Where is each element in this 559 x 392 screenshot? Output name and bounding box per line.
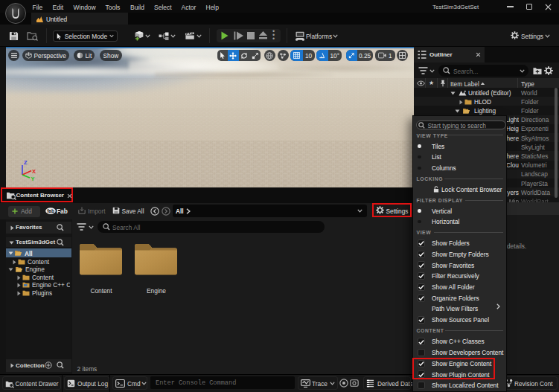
svg-text:X: X [32, 168, 36, 175]
svg-text:Z: Z [24, 159, 28, 166]
svg-text:Y: Y [31, 176, 35, 181]
svg-text:fab: fab [47, 208, 54, 213]
